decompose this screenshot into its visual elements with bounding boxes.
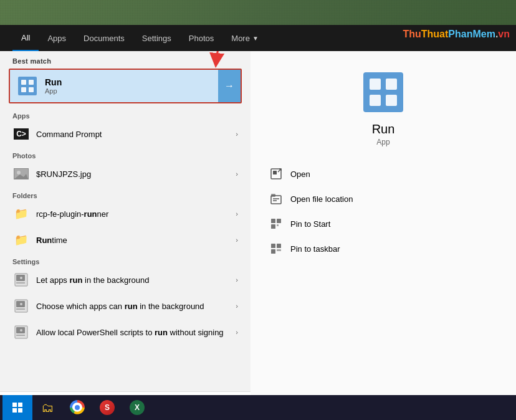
start-button[interactable] (2, 395, 32, 420)
open-label: Open (290, 169, 310, 179)
svg-rect-39 (277, 249, 281, 251)
start-menu-search-panel: All Apps Documents Settings Photos More … (0, 25, 516, 420)
svg-rect-29 (271, 194, 275, 197)
results-panel: Best match Run App (0, 51, 251, 420)
chevron-right-icon-7: › (236, 328, 238, 336)
svg-rect-38 (271, 249, 275, 254)
svg-rect-3 (21, 87, 26, 92)
settings-gear-icon-3 (12, 323, 30, 341)
result-name-setting-1: Let apps run in the background (36, 275, 236, 285)
svg-point-7 (17, 171, 21, 174)
command-prompt-icon: C> (12, 125, 30, 143)
run-app-icon (17, 75, 38, 97)
taskbar-security[interactable]: S (92, 395, 122, 420)
file-explorer-icon: 🗂 (41, 401, 54, 415)
best-match-icon (16, 75, 39, 97)
chevron-right-icon-5: › (236, 276, 238, 284)
photo-icon (12, 165, 30, 183)
result-item-setting-1[interactable]: Let apps run in the background › (0, 267, 251, 293)
result-item-folder-runtime[interactable]: 📁 Runtime › (0, 227, 251, 253)
file-location-label: Open file location (290, 194, 353, 204)
svg-point-41 (75, 405, 80, 410)
svg-rect-27 (273, 171, 277, 174)
nav-item-photos[interactable]: Photos (180, 25, 222, 51)
detail-action-pin-start[interactable]: Pin to Start (263, 211, 504, 236)
windows-logo-icon (12, 403, 22, 413)
detail-action-pin-taskbar[interactable]: Pin to taskbar (263, 236, 504, 261)
chevron-right-icon: › (236, 130, 238, 138)
chevron-right-icon-2: › (236, 170, 238, 178)
excel-icon: X (130, 400, 145, 415)
nav-item-documents[interactable]: Documents (75, 25, 133, 51)
result-item-setting-2[interactable]: Choose which apps can run in the backgro… (0, 293, 251, 319)
taskbar-file-explorer[interactable]: 🗂 (32, 395, 62, 420)
pin-taskbar-icon (269, 242, 283, 255)
result-name-folder-runtime: Runtime (36, 236, 236, 245)
nav-item-more[interactable]: More ▼ (222, 25, 267, 51)
settings-gear-icon-2 (12, 297, 30, 315)
best-match-item[interactable]: Run App → (9, 69, 242, 103)
photos-category-label: Photos (0, 147, 251, 161)
svg-rect-21 (363, 72, 403, 112)
taskbar: 🗂 S X (0, 395, 516, 420)
svg-rect-24 (370, 95, 381, 106)
result-name-setting-3: Allow local PowerShell scripts to run wi… (36, 328, 236, 337)
detail-panel: Run App Open (251, 51, 516, 420)
svg-point-15 (20, 303, 22, 305)
folder-blue-icon: 📁 (12, 231, 30, 249)
settings-gear-icon-1 (12, 271, 30, 289)
svg-rect-0 (18, 77, 37, 95)
apps-category-label: Apps (0, 107, 251, 121)
nav-item-settings[interactable]: Settings (133, 25, 180, 51)
taskbar-excel[interactable]: X (122, 395, 152, 420)
result-name-photo: $RUNJPZS.jpg (36, 169, 236, 179)
pin-taskbar-label: Pin to taskbar (290, 244, 340, 254)
result-item-folder-runner[interactable]: 📁 rcp-fe-plugin-runner › (0, 201, 251, 227)
pin-start-label: Pin to Start (290, 219, 330, 229)
result-item-photo[interactable]: $RUNJPZS.jpg › (0, 161, 251, 187)
svg-rect-4 (29, 87, 34, 92)
pin-start-icon (269, 217, 283, 231)
result-item-setting-3[interactable]: Allow local PowerShell scripts to run wi… (0, 319, 251, 345)
nav-item-apps[interactable]: Apps (39, 25, 75, 51)
taskbar-chrome[interactable] (62, 395, 92, 420)
svg-rect-34 (271, 224, 275, 229)
detail-action-open[interactable]: Open (263, 161, 504, 186)
security-icon: S (100, 400, 115, 415)
svg-rect-33 (277, 219, 281, 223)
result-name-command-prompt: Command Prompt (36, 130, 236, 139)
open-icon (269, 167, 283, 181)
chevron-right-icon-6: › (236, 302, 238, 310)
svg-point-19 (20, 329, 22, 332)
detail-action-file-location[interactable]: Open file location (263, 186, 504, 211)
svg-point-11 (20, 277, 22, 279)
best-match-name: Run (45, 77, 234, 87)
result-name-setting-2: Choose which apps can run in the backgro… (36, 302, 236, 311)
chevron-right-icon-4: › (236, 236, 238, 244)
detail-app-name: Run (372, 122, 395, 136)
search-nav-bar: All Apps Documents Settings Photos More … (0, 25, 516, 51)
arrow-right-icon: → (224, 80, 234, 92)
result-name-folder-runner: rcp-fe-plugin-runner (36, 209, 236, 219)
main-content: Best match Run App (0, 51, 516, 420)
svg-rect-22 (370, 79, 381, 90)
svg-rect-1 (21, 80, 26, 85)
svg-rect-36 (271, 244, 275, 248)
folder-yellow-icon: 📁 (12, 205, 30, 222)
chrome-icon (70, 400, 85, 415)
best-match-type: App (45, 87, 234, 95)
nav-item-all[interactable]: All (12, 25, 39, 51)
svg-rect-20 (16, 335, 25, 336)
svg-rect-37 (277, 244, 281, 248)
best-match-arrow-btn[interactable]: → (218, 70, 241, 102)
result-item-command-prompt[interactable]: C> Command Prompt › (0, 121, 251, 147)
best-match-label: Best match (0, 51, 251, 69)
detail-app-type: App (376, 138, 389, 146)
file-location-icon (269, 192, 283, 206)
svg-rect-12 (16, 282, 25, 284)
svg-rect-2 (29, 80, 34, 85)
settings-category-label: Settings (0, 253, 251, 267)
svg-rect-16 (16, 308, 25, 310)
chevron-right-icon-3: › (236, 210, 238, 217)
detail-icon-large (361, 70, 406, 115)
